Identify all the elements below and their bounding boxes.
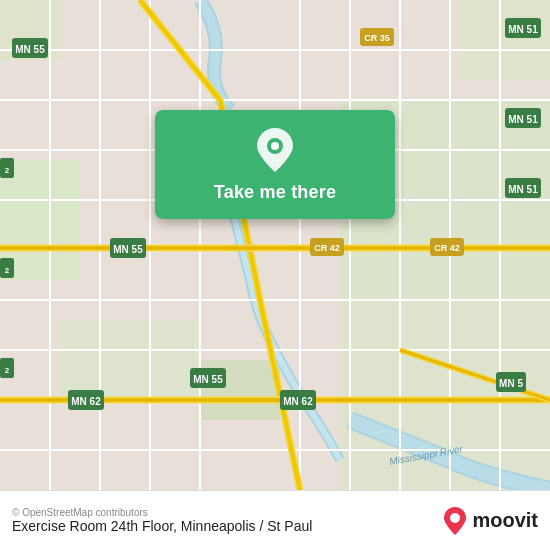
map-attribution: © OpenStreetMap contributors — [12, 507, 312, 518]
map-container: MN 55 MN 55 MN 55 MN 51 MN 51 MN 51 CR 3… — [0, 0, 550, 490]
svg-point-64 — [271, 142, 279, 150]
svg-text:CR 42: CR 42 — [314, 243, 340, 253]
svg-rect-7 — [460, 0, 550, 80]
svg-text:MN 55: MN 55 — [113, 244, 143, 255]
svg-text:MN 62: MN 62 — [71, 396, 101, 407]
svg-text:CR 42: CR 42 — [434, 243, 460, 253]
svg-text:MN 55: MN 55 — [15, 44, 45, 55]
svg-text:MN 51: MN 51 — [508, 184, 538, 195]
svg-rect-4 — [60, 320, 200, 400]
take-me-there-button[interactable]: Take me there — [214, 182, 336, 203]
svg-text:MN 51: MN 51 — [508, 24, 538, 35]
svg-text:MN 55: MN 55 — [193, 374, 223, 385]
bottom-info: © OpenStreetMap contributors Exercise Ro… — [12, 507, 312, 534]
map-background: MN 55 MN 55 MN 55 MN 51 MN 51 MN 51 CR 3… — [0, 0, 550, 490]
svg-point-65 — [450, 513, 460, 523]
place-name: Exercise Room 24th Floor, Minneapolis / … — [12, 518, 312, 534]
svg-text:MN 5: MN 5 — [499, 378, 523, 389]
svg-text:MN 62: MN 62 — [283, 396, 313, 407]
svg-text:CR 35: CR 35 — [364, 33, 390, 43]
svg-text:2: 2 — [5, 366, 10, 375]
svg-text:2: 2 — [5, 266, 10, 275]
svg-text:MN 51: MN 51 — [508, 114, 538, 125]
location-pin-icon — [251, 126, 299, 174]
moovit-logo: moovit — [444, 507, 538, 535]
svg-text:2: 2 — [5, 166, 10, 175]
popup-card[interactable]: Take me there — [155, 110, 395, 219]
moovit-pin-icon — [444, 507, 466, 535]
moovit-brand-text: moovit — [472, 509, 538, 532]
bottom-bar: © OpenStreetMap contributors Exercise Ro… — [0, 490, 550, 550]
